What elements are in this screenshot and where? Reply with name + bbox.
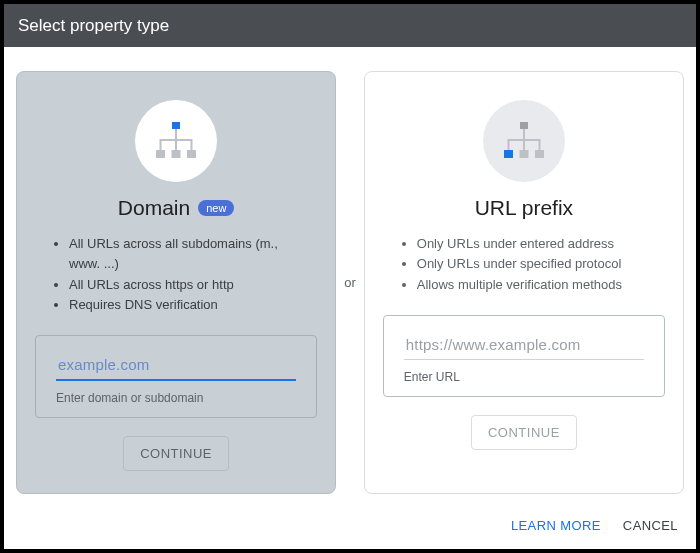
list-item: Only URLs under specified protocol (417, 254, 659, 274)
svg-rect-5 (504, 150, 513, 158)
learn-more-button[interactable]: LEARN MORE (511, 518, 601, 533)
list-item: Requires DNS verification (69, 295, 311, 315)
domain-continue-button[interactable]: CONTINUE (123, 436, 229, 471)
domain-hint: Enter domain or subdomain (56, 391, 296, 405)
domain-bullets: All URLs across all subdomains (m., www.… (41, 234, 311, 315)
svg-rect-7 (535, 150, 544, 158)
domain-card[interactable]: Domain new All URLs across all subdomain… (16, 71, 336, 494)
url-icon-circle (483, 100, 565, 182)
url-bullets: Only URLs under entered address Only URL… (389, 234, 659, 294)
svg-rect-2 (172, 150, 181, 158)
select-property-modal: Select property type Domain new All URLs… (4, 4, 696, 549)
url-title: URL prefix (475, 196, 573, 220)
domain-title-row: Domain new (118, 196, 235, 220)
svg-rect-3 (187, 150, 196, 158)
url-continue-button[interactable]: CONTINUE (471, 415, 577, 450)
sitemap-icon (500, 120, 548, 162)
domain-input-box: Enter domain or subdomain (35, 335, 317, 418)
url-hint: Enter URL (404, 370, 644, 384)
modal-body: Domain new All URLs across all subdomain… (4, 47, 696, 502)
list-item: All URLs across all subdomains (m., www.… (69, 234, 311, 274)
modal-header: Select property type (4, 4, 696, 47)
url-prefix-card[interactable]: URL prefix Only URLs under entered addre… (364, 71, 684, 494)
url-input-box: Enter URL (383, 315, 665, 397)
domain-title: Domain (118, 196, 190, 220)
or-divider: or (336, 275, 364, 290)
sitemap-icon (152, 120, 200, 162)
domain-icon-circle (135, 100, 217, 182)
domain-input[interactable] (56, 350, 296, 381)
svg-rect-1 (156, 150, 165, 158)
list-item: Allows multiple verification methods (417, 275, 659, 295)
svg-rect-4 (520, 122, 528, 129)
new-badge: new (198, 200, 234, 216)
list-item: All URLs across https or http (69, 275, 311, 295)
svg-rect-6 (519, 150, 528, 158)
svg-rect-0 (172, 122, 180, 129)
list-item: Only URLs under entered address (417, 234, 659, 254)
cancel-button[interactable]: CANCEL (623, 518, 678, 533)
modal-title: Select property type (18, 16, 169, 36)
url-input[interactable] (404, 330, 644, 360)
modal-footer: LEARN MORE CANCEL (4, 502, 696, 549)
url-title-row: URL prefix (475, 196, 573, 220)
